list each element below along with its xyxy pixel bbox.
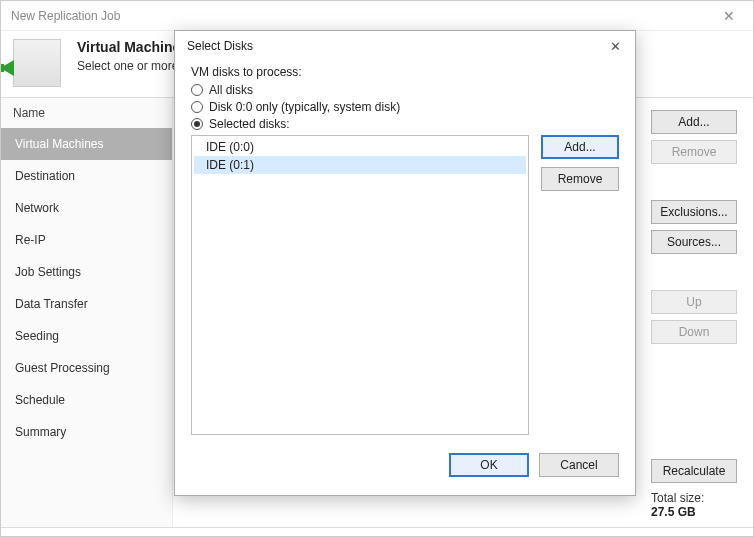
select-disks-dialog: Select Disks ✕ VM disks to process: All … xyxy=(174,30,636,496)
dialog-title: Select Disks xyxy=(187,39,601,53)
total-size-label: Total size: xyxy=(651,491,737,505)
radio-all-disks[interactable]: All disks xyxy=(191,83,619,97)
radio-selected-disks[interactable]: Selected disks: xyxy=(191,117,619,131)
sidebar-header: Name xyxy=(1,98,172,128)
sidebar-item-summary[interactable]: Summary xyxy=(1,416,172,448)
sidebar-item-re-ip[interactable]: Re-IP xyxy=(1,224,172,256)
radio-disk-0-0-only[interactable]: Disk 0:0 only (typically, system disk) xyxy=(191,100,619,114)
sidebar-item-data-transfer[interactable]: Data Transfer xyxy=(1,288,172,320)
up-button: Up xyxy=(651,290,737,314)
radio-icon xyxy=(191,118,203,130)
sidebar-item-seeding[interactable]: Seeding xyxy=(1,320,172,352)
disk-list[interactable]: IDE (0:0) IDE (0:1) xyxy=(191,135,529,435)
wizard-nav: < Previous Next > Finish Cancel xyxy=(1,527,753,537)
exclusions-button[interactable]: Exclusions... xyxy=(651,200,737,224)
sidebar-item-network[interactable]: Network xyxy=(1,192,172,224)
sources-button[interactable]: Sources... xyxy=(651,230,737,254)
radio-icon xyxy=(191,101,203,113)
dialog-add-button[interactable]: Add... xyxy=(541,135,619,159)
disk-item[interactable]: IDE (0:1) xyxy=(194,156,526,174)
remove-button: Remove xyxy=(651,140,737,164)
sidebar-item-schedule[interactable]: Schedule xyxy=(1,384,172,416)
recalculate-button[interactable]: Recalculate xyxy=(651,459,737,483)
total-size-value: 27.5 GB xyxy=(651,505,737,519)
sidebar-item-job-settings[interactable]: Job Settings xyxy=(1,256,172,288)
add-button[interactable]: Add... xyxy=(651,110,737,134)
vm-icon xyxy=(13,39,61,87)
dialog-heading: VM disks to process: xyxy=(191,65,619,79)
wizard-sidebar: Name Virtual Machines Destination Networ… xyxy=(1,98,173,527)
radio-icon xyxy=(191,84,203,96)
dialog-cancel-button[interactable]: Cancel xyxy=(539,453,619,477)
close-icon[interactable]: ✕ xyxy=(709,8,749,24)
sidebar-item-guest-processing[interactable]: Guest Processing xyxy=(1,352,172,384)
dialog-close-icon[interactable]: ✕ xyxy=(601,39,629,54)
disk-item[interactable]: IDE (0:0) xyxy=(194,138,526,156)
dialog-ok-button[interactable]: OK xyxy=(449,453,529,477)
down-button: Down xyxy=(651,320,737,344)
sidebar-item-destination[interactable]: Destination xyxy=(1,160,172,192)
window-titlebar: New Replication Job ✕ xyxy=(1,1,753,31)
window-title: New Replication Job xyxy=(11,9,709,23)
dialog-remove-button[interactable]: Remove xyxy=(541,167,619,191)
sidebar-item-virtual-machines[interactable]: Virtual Machines xyxy=(1,128,172,160)
